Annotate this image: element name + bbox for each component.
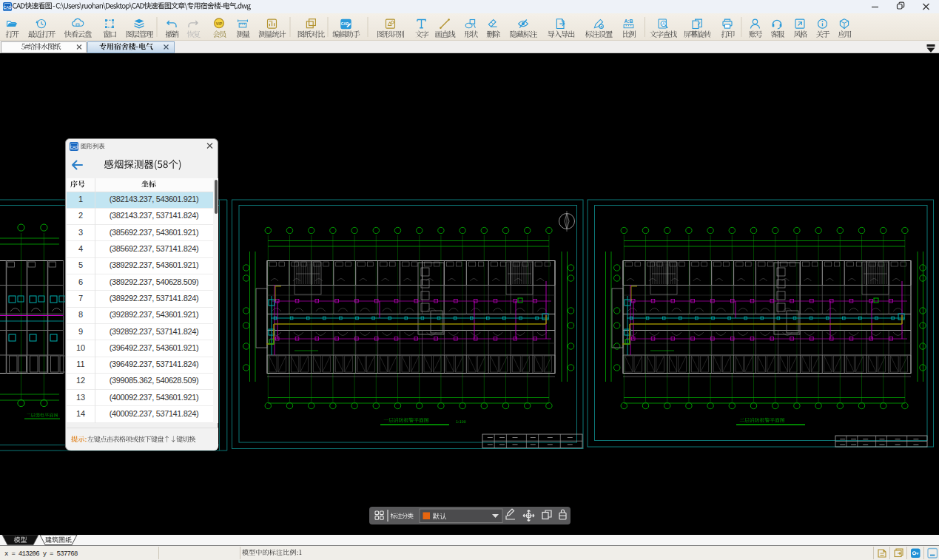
svg-text:CAD: CAD [70,145,78,149]
svg-text:CAD: CAD [3,5,12,10]
svg-text:A:B: A:B [624,18,633,24]
svg-text:CAD: CAD [341,22,349,26]
svg-text:A: A [662,21,665,26]
svg-text:VIP: VIP [216,21,223,26]
